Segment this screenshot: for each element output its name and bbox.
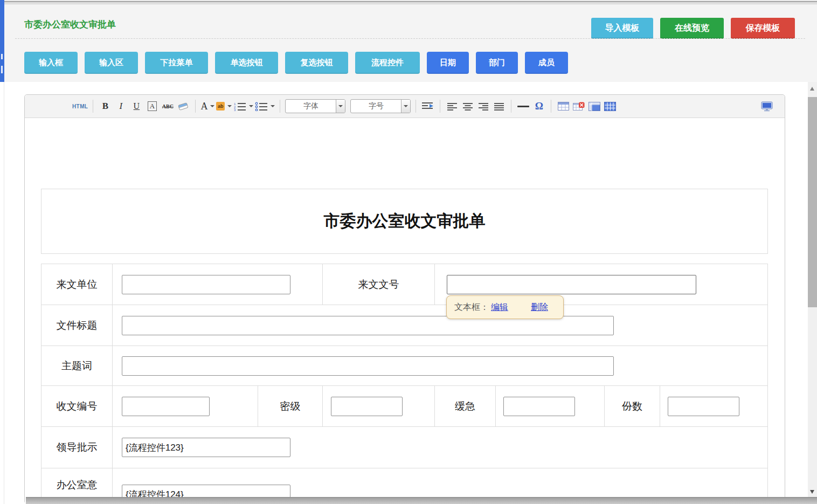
justify-button[interactable] (492, 99, 506, 114)
insert-table-button[interactable] (556, 99, 570, 114)
incoming-unit-input[interactable] (122, 275, 290, 294)
html-source-button[interactable]: HTML (72, 99, 88, 114)
unordered-list-button[interactable] (255, 99, 275, 114)
widget-button-department[interactable]: 部门 (476, 52, 518, 74)
editor-content[interactable]: 市委办公室收文审批单 来文单位 来文文号 文件标题 (25, 118, 785, 503)
label-doc-title: 文件标题 (41, 305, 113, 346)
unordered-list-icon (255, 102, 268, 111)
save-template-button[interactable]: 保存模板 (731, 18, 795, 39)
chevron-down-icon (227, 105, 232, 107)
cell-properties-button[interactable] (603, 99, 617, 114)
align-left-button[interactable] (445, 99, 459, 114)
insert-table-icon (558, 102, 569, 111)
scrollbar-thumb[interactable] (808, 97, 817, 307)
align-center-button[interactable] (461, 99, 475, 114)
align-center-icon (462, 102, 473, 111)
font-size-dropdown-button[interactable] (401, 100, 410, 113)
align-left-icon (447, 102, 458, 111)
chevron-down-icon (404, 105, 408, 107)
bold-button[interactable]: B (98, 99, 112, 114)
label-copies: 份数 (605, 386, 660, 427)
delete-table-button[interactable] (572, 99, 586, 114)
page-title: 市委办公室收文审批单 (24, 18, 116, 31)
chevron-down-icon (249, 105, 253, 107)
vertical-scrollbar[interactable] (808, 82, 817, 504)
label-subject-words: 主题词 (41, 346, 113, 386)
cell-grid-icon (604, 102, 616, 111)
delete-link[interactable]: 删除 (531, 302, 548, 313)
window-top-edge (0, 0, 817, 4)
cell-doc-title (113, 305, 768, 346)
toolbar-separator (195, 100, 196, 113)
cell-copies (660, 386, 768, 427)
scroll-up-arrow-icon[interactable] (810, 87, 814, 91)
highlight-icon: ab (216, 102, 225, 111)
widget-button-date[interactable]: 日期 (427, 52, 469, 74)
import-template-button[interactable]: 导入模板 (591, 18, 653, 39)
horizontal-rule-button[interactable] (516, 99, 530, 114)
cell-subject-words (113, 346, 768, 386)
incoming-number-input[interactable] (447, 275, 696, 294)
widget-button-flow-control[interactable]: 流程控件 (355, 52, 420, 74)
widget-button-radio[interactable]: 单选按钮 (215, 52, 278, 74)
label-receipt-number: 收文编号 (41, 386, 113, 427)
toolbar-separator (280, 100, 280, 113)
widget-button-input-area[interactable]: 输入区 (85, 52, 138, 74)
form-table: 来文单位 来文文号 文件标题 主题词 (41, 264, 768, 503)
italic-button[interactable]: I (114, 99, 128, 114)
dashed-divider (15, 38, 805, 39)
table-row: 领导批示 (41, 427, 768, 468)
underline-button[interactable]: U (129, 99, 143, 114)
font-color-icon: A (200, 101, 207, 112)
table-row: 来文单位 来文文号 (41, 264, 768, 305)
justify-icon (494, 102, 504, 111)
table-row: 收文编号 密级 缓急 份数 (41, 386, 768, 427)
format-block-button[interactable]: A (145, 99, 159, 114)
strikethrough-button[interactable]: ABC (161, 99, 175, 114)
scroll-down-arrow-icon[interactable] (810, 490, 814, 494)
align-right-button[interactable] (476, 99, 490, 114)
form-title-cell: 市委办公室收文审批单 (41, 189, 768, 254)
secrecy-level-input[interactable] (331, 397, 403, 416)
table-cell-properties-button[interactable] (587, 99, 601, 114)
special-char-button[interactable]: Ω (532, 99, 546, 114)
subject-words-input[interactable] (122, 356, 614, 376)
widget-button-checkbox[interactable]: 复选按钮 (285, 52, 348, 74)
ordered-list-button[interactable]: 1 2 3 (233, 99, 253, 114)
toolbar-separator (551, 100, 551, 113)
indent-icon (421, 102, 434, 111)
font-size-select[interactable]: 字号 (350, 99, 411, 113)
receipt-number-input[interactable] (122, 397, 210, 416)
align-right-icon (478, 102, 489, 111)
widget-toolbar: 输入框 输入区 下拉菜单 单选按钮 复选按钮 流程控件 日期 部门 成员 (24, 52, 568, 74)
fullscreen-button[interactable] (760, 99, 774, 114)
remove-format-button[interactable] (176, 99, 190, 114)
online-preview-button[interactable]: 在线预览 (660, 18, 724, 39)
font-family-select[interactable]: 字体 (285, 99, 345, 113)
table-row: 主题词 (41, 346, 768, 386)
font-family-dropdown-button[interactable] (336, 100, 345, 113)
highlight-color-button[interactable]: ab (216, 99, 232, 114)
font-size-label: 字号 (351, 100, 401, 113)
widget-button-dropdown[interactable]: 下拉菜单 (145, 52, 208, 74)
chevron-down-icon (338, 105, 343, 107)
font-family-label: 字体 (286, 100, 336, 113)
copies-input[interactable] (668, 397, 739, 416)
header-actions: 导入模板 在线预览 保存模板 (591, 18, 795, 39)
chevron-down-icon (271, 105, 275, 107)
table-row: 文件标题 (41, 305, 768, 346)
label-urgency: 缓急 (435, 386, 496, 427)
font-color-button[interactable]: A (200, 99, 214, 114)
urgency-input[interactable] (503, 397, 575, 416)
edit-link[interactable]: 编辑 (491, 302, 508, 313)
indent-button[interactable] (421, 99, 435, 114)
label-incoming-unit: 来文单位 (41, 264, 113, 305)
ordered-list-icon: 1 2 3 (233, 102, 246, 111)
leader-comments-input[interactable] (122, 438, 290, 457)
widget-button-input-box[interactable]: 输入框 (24, 52, 78, 74)
toolbar-separator (511, 100, 511, 113)
cell-urgency (496, 386, 605, 427)
left-edge-mark (1, 54, 3, 59)
widget-button-member[interactable]: 成员 (525, 52, 568, 74)
left-divider (4, 82, 4, 504)
